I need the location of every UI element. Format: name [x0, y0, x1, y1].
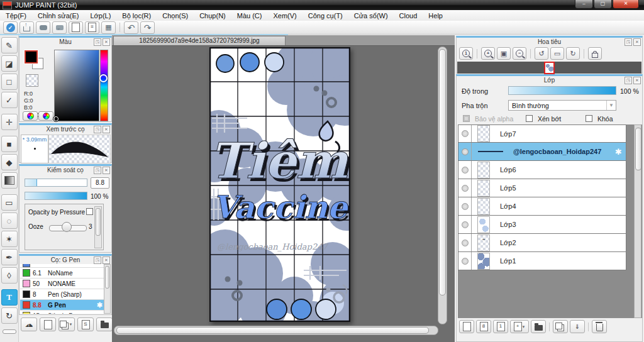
layer-row[interactable]: Lớp1: [458, 252, 626, 270]
brush-row[interactable]: 8 Pen (Sharp): [20, 289, 105, 300]
layer-settings-gear-icon[interactable]: ✱: [615, 147, 622, 157]
menu-file[interactable]: Tệp(F): [0, 12, 32, 19]
brush-folder-button[interactable]: [96, 317, 113, 331]
layer-visibility-icon[interactable]: [462, 240, 469, 246]
fit-window-button[interactable]: ▣: [497, 47, 511, 60]
rotate-left-button[interactable]: ↺: [535, 47, 548, 60]
add-layer-menu-button[interactable]: +▼: [510, 320, 529, 333]
tool-select[interactable]: ▭: [1, 194, 18, 211]
comment-button[interactable]: [36, 21, 50, 34]
toolstrip-slider[interactable]: [3, 329, 16, 334]
layer-visibility-icon[interactable]: [462, 185, 469, 192]
hue-marker[interactable]: [99, 74, 108, 82]
canvas-vertical-scrollbar[interactable]: [438, 47, 447, 324]
popup-icon[interactable]: ◳: [94, 167, 101, 174]
layer-row[interactable]: Lớp4: [458, 197, 626, 216]
rotate-right-button[interactable]: ↻: [566, 47, 580, 60]
clipping-checkbox[interactable]: [526, 115, 533, 122]
layer-folder-button[interactable]: [531, 320, 546, 333]
tool-frame[interactable]: □: [1, 74, 18, 90]
lock-view-button[interactable]: [588, 47, 602, 60]
layer-visibility-icon[interactable]: [462, 148, 469, 155]
publish-button[interactable]: [19, 21, 34, 34]
layer-visibility-icon[interactable]: [462, 167, 469, 174]
close-panel-icon[interactable]: ✕: [103, 126, 110, 133]
message-button[interactable]: [52, 21, 67, 34]
tool-lasso[interactable]: ◌: [1, 212, 18, 229]
tool-bucket[interactable]: ◆: [1, 154, 18, 170]
tool-eraser[interactable]: ◪: [1, 55, 18, 72]
navigator-thumbnail[interactable]: [544, 62, 555, 74]
tool-move[interactable]: ✛: [1, 114, 18, 130]
menu-window[interactable]: Cửa sổ(W): [348, 12, 394, 19]
zoom-actual-button[interactable]: 1: [459, 47, 473, 60]
menu-tools[interactable]: Công cụ(T): [303, 12, 348, 19]
layer-row[interactable]: Lớp3: [458, 216, 626, 234]
hue-bar[interactable]: [100, 50, 108, 121]
blend-mode-select[interactable]: Bình thường ▼: [508, 100, 616, 111]
popup-icon[interactable]: ◳: [94, 38, 101, 46]
menu-capture[interactable]: Chụp(N): [194, 12, 231, 19]
download-cloud-brush-button[interactable]: ☁↑: [21, 317, 37, 331]
tool-select-pen[interactable]: ✒: [1, 249, 18, 265]
document-tab[interactable]: 182569990d7a9e4de158a3720792f999.jpg: [113, 36, 286, 45]
close-panel-icon[interactable]: ✕: [633, 77, 641, 84]
tool-fill-rect[interactable]: ■: [1, 136, 18, 152]
color-picker-button[interactable]: [38, 111, 53, 121]
ooze-slider-thumb[interactable]: [62, 222, 72, 232]
layer-visibility-icon[interactable]: [462, 221, 469, 228]
brush-row-selected[interactable]: 8.8 G Pen ✱: [20, 300, 105, 311]
delete-layer-button[interactable]: [592, 320, 607, 333]
tool-snap[interactable]: ✓: [1, 92, 18, 108]
menu-color[interactable]: Màu (C): [231, 12, 268, 19]
brush-opacity-slider[interactable]: [25, 192, 87, 200]
close-panel-icon[interactable]: ✕: [633, 38, 641, 46]
popup-icon[interactable]: ◳: [625, 38, 632, 46]
layer-row[interactable]: Lớp5: [458, 179, 626, 197]
opacity-by-pressure-checkbox[interactable]: [86, 208, 93, 215]
layer-row-selected[interactable]: @lengocbaoan_Hoidap247 ✱: [458, 143, 626, 161]
menu-edit[interactable]: Chỉnh sửa(E): [32, 12, 84, 19]
merge-down-button[interactable]: ⇓: [570, 320, 585, 333]
color-wheel-button[interactable]: [23, 111, 38, 121]
duplicate-layer-button[interactable]: [553, 320, 568, 333]
brush-row[interactable]: 50 NONAME: [20, 279, 105, 289]
new-brush-button[interactable]: [40, 317, 56, 331]
new-8bit-layer-button[interactable]: 8: [476, 320, 491, 333]
zoom-in-button[interactable]: +: [481, 47, 495, 60]
menu-select[interactable]: Chọn(S): [157, 12, 194, 19]
popup-icon[interactable]: ◳: [94, 256, 101, 264]
saturation-value-picker[interactable]: [54, 50, 99, 121]
tool-text[interactable]: T: [1, 289, 18, 306]
color-picker-marker[interactable]: [53, 116, 59, 122]
tool-brush[interactable]: ✎: [1, 37, 18, 53]
close-button[interactable]: ✕: [613, 0, 639, 9]
reset-rotation-button[interactable]: ▭: [550, 47, 564, 60]
undo-button[interactable]: ↶: [124, 21, 138, 34]
brush-options-scrollbar[interactable]: [94, 206, 102, 248]
menu-view[interactable]: Xem(V): [267, 12, 302, 19]
minimize-button[interactable]: –: [575, 0, 593, 9]
form-button[interactable]: ≡: [85, 21, 99, 34]
tool-gradient[interactable]: [1, 172, 18, 189]
redo-button[interactable]: ↷: [140, 21, 155, 34]
canvas-horizontal-scrollbar[interactable]: [114, 326, 438, 335]
layer-visibility-icon[interactable]: [462, 258, 469, 265]
new-layer-button[interactable]: [459, 320, 474, 333]
tool-select-eraser[interactable]: ◊: [1, 267, 18, 284]
brush-row[interactable]: 6.1 NoName: [20, 268, 105, 279]
menu-layer[interactable]: Lớp(L): [84, 12, 116, 19]
brush-row-partial[interactable]: [20, 264, 105, 268]
menu-help[interactable]: Help: [423, 12, 448, 19]
cloud-sync-button[interactable]: ✓: [3, 21, 18, 34]
brush-settings-gear-icon[interactable]: ✱: [97, 301, 103, 309]
maximize-button[interactable]: ▢: [594, 0, 612, 9]
artwork[interactable]: Tiêm Tiêm Vaccine Vaccine @lengocbaoan_H…: [209, 47, 350, 322]
brush-row[interactable]: 15 Stipple Pen: [20, 311, 105, 314]
close-panel-icon[interactable]: ✕: [103, 256, 110, 264]
tool-operation[interactable]: ↻: [1, 307, 18, 324]
menu-cloud[interactable]: Cloud: [394, 12, 423, 19]
close-panel-icon[interactable]: ✕: [103, 38, 110, 46]
brush-list-scrollbar[interactable]: [104, 264, 111, 314]
layer-list-scrollbar[interactable]: [634, 124, 641, 318]
